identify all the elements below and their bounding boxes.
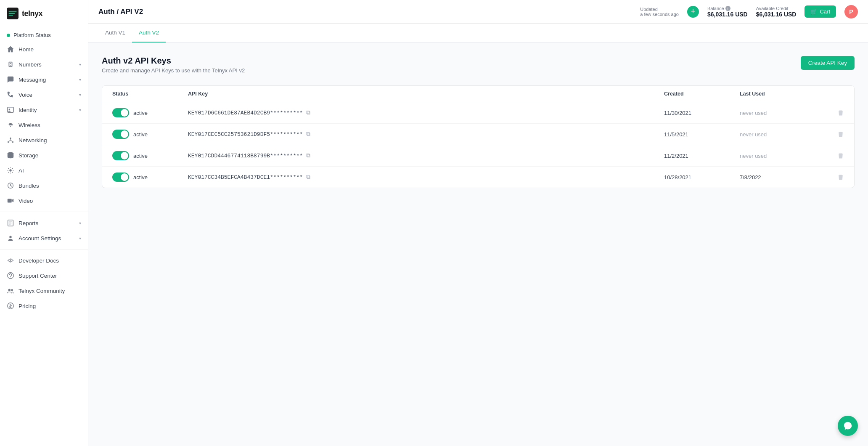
copy-icon[interactable]: ⧉ <box>306 152 310 159</box>
create-api-key-button[interactable]: Create API Key <box>801 56 855 70</box>
api-key-cell: KEY017CEC5CC25753621D9DF5********** ⧉ <box>188 131 664 138</box>
credit-label: Available Credit <box>756 6 797 11</box>
sidebar-item-label: Voice <box>19 92 75 98</box>
sidebar-item-identity[interactable]: Identity ▾ <box>0 102 88 117</box>
svg-point-4 <box>8 141 9 143</box>
api-keys-table: Status API Key Created Last Used active … <box>102 85 855 188</box>
sidebar-item-support-center[interactable]: Support Center <box>0 268 88 283</box>
sidebar-nav: Platform Status Home Numbers ▾ Messaging… <box>0 27 88 446</box>
credit-info: Available Credit $6,031.16 USD <box>756 6 797 18</box>
nav-divider-2 <box>0 249 88 250</box>
svg-rect-9 <box>8 199 12 203</box>
sidebar-item-developer-docs[interactable]: Developer Docs <box>0 253 88 268</box>
numbers-icon <box>7 61 14 68</box>
api-key-value: KEY017CDD4446774118B8799B********** <box>188 153 303 159</box>
chevron-down-icon: ▾ <box>79 62 81 67</box>
sidebar-item-reports[interactable]: Reports ▾ <box>0 215 88 231</box>
reports-icon <box>7 219 14 227</box>
updated-time: a few seconds ago <box>640 12 679 17</box>
delete-button[interactable] <box>824 109 844 116</box>
copy-icon[interactable]: ⧉ <box>306 131 310 138</box>
cart-label: Cart <box>820 8 830 15</box>
status-toggle[interactable] <box>112 130 129 139</box>
support-icon <box>7 272 14 279</box>
copy-icon[interactable]: ⧉ <box>306 109 310 116</box>
sidebar-item-label: Home <box>19 46 81 53</box>
sidebar-item-pricing[interactable]: Pricing <box>0 298 88 313</box>
sidebar-item-home[interactable]: Home <box>0 42 88 57</box>
status-toggle[interactable] <box>112 173 129 182</box>
last-used: never used <box>740 153 824 159</box>
balance-amount: $6,031.16 USD <box>707 11 748 18</box>
delete-button[interactable] <box>824 131 844 138</box>
trash-icon <box>837 131 844 138</box>
created-date: 10/28/2021 <box>664 174 740 181</box>
status-cell: active <box>112 130 188 139</box>
sidebar-item-wireless[interactable]: Wireless <box>0 117 88 133</box>
chevron-down-icon: ▾ <box>79 108 81 112</box>
api-key-value: KEY017D6C661DE87AEB4D2CB9********** <box>188 110 303 116</box>
updated-info: Updated a few seconds ago <box>640 7 679 17</box>
info-icon[interactable]: i <box>725 6 730 11</box>
chevron-down-icon: ▾ <box>79 236 81 241</box>
sidebar-item-label: Networking <box>19 137 81 143</box>
sidebar-item-label: Numbers <box>19 61 75 68</box>
created-date: 11/5/2021 <box>664 131 740 138</box>
sidebar-item-video[interactable]: Video <box>0 193 88 208</box>
sidebar-item-bundles[interactable]: Bundles <box>0 178 88 193</box>
api-key-value: KEY017CEC5CC25753621D9DF5********** <box>188 131 303 138</box>
sidebar-item-label: Messaging <box>19 77 75 83</box>
last-used: never used <box>740 131 824 138</box>
svg-point-14 <box>11 289 13 291</box>
sidebar-item-numbers[interactable]: Numbers ▾ <box>0 57 88 72</box>
logo[interactable]: telnyx <box>0 0 88 27</box>
delete-button[interactable] <box>824 152 844 159</box>
sidebar-item-storage[interactable]: Storage <box>0 148 88 163</box>
page-title: Auth / API V2 <box>98 8 633 16</box>
svg-point-5 <box>12 141 14 143</box>
sidebar-item-account-settings[interactable]: Account Settings ▾ <box>0 231 88 246</box>
chat-button[interactable] <box>838 416 858 436</box>
svg-point-11 <box>9 236 11 238</box>
table-row: active KEY017CDD4446774118B8799B********… <box>102 145 854 167</box>
messaging-icon <box>7 76 14 83</box>
logo-text: telnyx <box>22 9 42 18</box>
last-used: never used <box>740 110 824 116</box>
api-key-cell: KEY017CDD4446774118B8799B********** ⧉ <box>188 152 664 159</box>
avatar[interactable]: P <box>844 5 858 19</box>
svg-point-7 <box>9 169 11 171</box>
delete-button[interactable] <box>824 174 844 181</box>
api-key-cell: KEY017D6C661DE87AEB4D2CB9********** ⧉ <box>188 109 664 116</box>
copy-icon[interactable]: ⧉ <box>306 174 310 181</box>
storage-icon <box>7 151 14 159</box>
sidebar-item-telnyx-community[interactable]: Telnyx Community <box>0 283 88 298</box>
status-toggle[interactable] <box>112 108 129 117</box>
telnyx-logo-icon <box>7 8 19 19</box>
sidebar-item-voice[interactable]: Voice ▾ <box>0 87 88 102</box>
networking-icon <box>7 136 14 144</box>
ai-icon <box>7 167 14 174</box>
bundles-icon <box>7 182 14 189</box>
video-icon <box>7 197 14 204</box>
section-header: Auth v2 API Keys Create and manage API K… <box>102 56 855 74</box>
sidebar-item-messaging[interactable]: Messaging ▾ <box>0 72 88 87</box>
col-actions <box>824 91 844 97</box>
status-label: active <box>133 110 148 116</box>
cart-button[interactable]: 🛒 Cart <box>804 5 836 18</box>
section-desc: Create and manage API Keys to use with t… <box>102 67 245 74</box>
community-icon <box>7 287 14 295</box>
tab-auth-v1[interactable]: Auth V1 <box>98 24 132 42</box>
trash-icon <box>837 152 844 159</box>
sidebar-item-label: Wireless <box>19 122 81 128</box>
tab-auth-v2[interactable]: Auth V2 <box>132 24 166 42</box>
identity-icon <box>7 106 14 114</box>
status-toggle[interactable] <box>112 151 129 160</box>
sidebar-item-platform-status[interactable]: Platform Status <box>0 29 88 42</box>
updated-label: Updated <box>640 7 679 12</box>
home-icon <box>7 45 14 53</box>
created-date: 11/30/2021 <box>664 110 740 116</box>
pricing-icon <box>7 302 14 310</box>
add-button[interactable]: + <box>687 6 699 18</box>
sidebar-item-networking[interactable]: Networking <box>0 133 88 148</box>
sidebar-item-ai[interactable]: AI <box>0 163 88 178</box>
